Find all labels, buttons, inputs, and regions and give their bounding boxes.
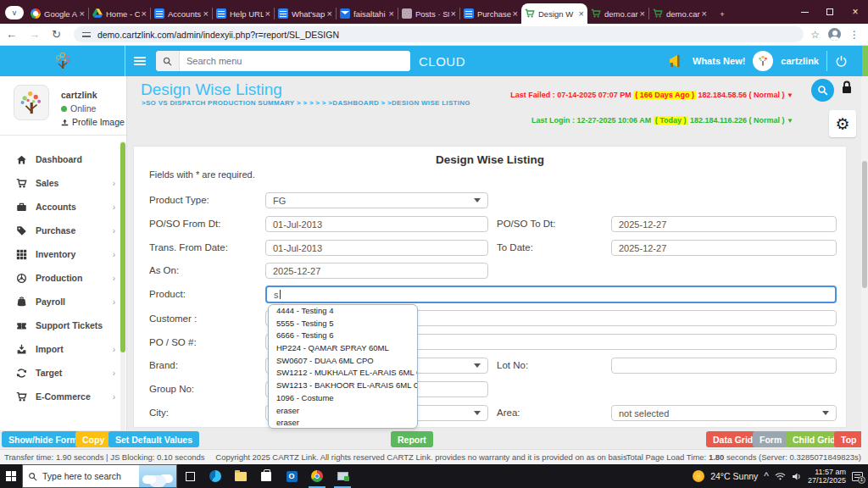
sidebar-toggle-icon[interactable]: [134, 57, 146, 65]
page-scrollbar[interactable]: [861, 76, 868, 464]
area-select[interactable]: not selected: [611, 405, 837, 421]
profile-image[interactable]: [14, 85, 49, 120]
site-settings-icon[interactable]: [82, 31, 91, 38]
set-default-values-button[interactable]: Set Default Values: [108, 431, 199, 447]
close-tab-icon[interactable]: ×: [265, 8, 270, 19]
browser-tab-purchase[interactable]: Purchase×: [460, 3, 521, 24]
back-icon[interactable]: ←: [6, 28, 17, 41]
product-suggestion-item[interactable]: eraser: [269, 405, 417, 418]
browser-tab-posts-st[interactable]: Posts · St×: [398, 3, 459, 24]
trans-from-input[interactable]: [265, 240, 488, 256]
close-tab-icon[interactable]: ×: [142, 8, 147, 19]
maximize-button[interactable]: [817, 0, 843, 24]
close-tab-icon[interactable]: ×: [389, 8, 394, 19]
close-tab-icon[interactable]: ×: [702, 8, 707, 19]
bookmark-star-icon[interactable]: ☆: [810, 29, 820, 41]
sidebar-item-import[interactable]: Import›: [0, 337, 127, 361]
browser-tab-what-sap[interactable]: What'sap×: [275, 3, 336, 24]
data-grid-button[interactable]: Data Grid: [706, 431, 760, 447]
sidebar-scrollbar-thumb[interactable]: [120, 142, 125, 352]
product-suggestion-item[interactable]: SW1212 - MUKHALAT EL-ARAIS 6ML CPO: [269, 367, 417, 380]
lock-icon[interactable]: [841, 80, 853, 94]
lot-no-input[interactable]: [611, 358, 837, 374]
temperature-text[interactable]: 24°C Sunny: [710, 471, 758, 481]
notification-center-icon[interactable]: 1: [852, 472, 863, 481]
show-hide-form-button[interactable]: Show/hide Form: [2, 431, 85, 447]
menu-search-input[interactable]: [180, 51, 410, 71]
last-failed-info[interactable]: Last Failed : 07-14-2025 07:07 PM ( 166 …: [510, 91, 793, 99]
page-scrollbar-thumb[interactable]: [862, 161, 867, 288]
clock[interactable]: 11:57 am 27/12/2025: [808, 468, 846, 485]
menu-search-box[interactable]: [156, 51, 410, 71]
taskbar-search[interactable]: Type here to search: [22, 464, 177, 488]
task-view-button[interactable]: [177, 464, 203, 488]
outlook-button[interactable]: O: [279, 464, 304, 488]
product-suggestion-item[interactable]: 1096 - Costume: [269, 392, 417, 405]
close-tab-icon[interactable]: ×: [451, 8, 456, 19]
close-tab-icon[interactable]: ×: [327, 8, 332, 19]
to-date-input[interactable]: [611, 240, 837, 256]
as-on-input[interactable]: [265, 263, 488, 279]
sidebar-item-production[interactable]: Production›: [0, 266, 127, 290]
browser-tab-faisaltahi[interactable]: faisaltahi×: [337, 3, 398, 24]
sidebar-item-inventory[interactable]: Inventory›: [0, 242, 127, 266]
report-button[interactable]: Report: [391, 431, 433, 447]
sidebar-item-accounts[interactable]: Accounts›: [0, 195, 127, 219]
url-text[interactable]: demo.cartzlink.com/admin/indexyii.php?r=…: [97, 30, 339, 40]
profile-image-link[interactable]: Profile Image: [61, 117, 126, 127]
tab-search-icon[interactable]: v: [5, 6, 24, 19]
wifi-icon[interactable]: [775, 472, 786, 480]
tray-expand-icon[interactable]: ^: [764, 470, 769, 482]
weather-widget-icon[interactable]: [139, 465, 176, 487]
sidebar-scrollbar[interactable]: [120, 141, 125, 433]
browser-menu-icon[interactable]: ⋮: [849, 29, 860, 41]
forward-icon[interactable]: →: [29, 28, 40, 41]
browser-tab-design-w[interactable]: Design W×: [521, 3, 587, 24]
whats-new-link[interactable]: Whats New!: [693, 56, 745, 66]
browser-tab-help-url[interactable]: Help URL×: [213, 3, 274, 24]
user-avatar[interactable]: [753, 51, 773, 71]
product-suggestion-item[interactable]: eraser: [269, 417, 417, 429]
remote-desktop-button[interactable]: [330, 464, 355, 488]
app-logo[interactable]: [0, 46, 125, 76]
volume-icon[interactable]: [792, 472, 802, 481]
product-type-select[interactable]: FG: [265, 192, 488, 208]
url-bar[interactable]: demo.cartzlink.com/admin/indexyii.php?r=…: [74, 26, 804, 42]
sidebar-item-e-commerce[interactable]: E-Commerce›: [0, 385, 127, 408]
sidebar-item-payroll[interactable]: Payroll›: [0, 290, 127, 313]
sidebar-item-target[interactable]: Target›: [0, 361, 127, 385]
close-window-button[interactable]: ×: [843, 0, 868, 24]
chevron-down-icon[interactable]: ▼: [787, 92, 793, 99]
product-suggestion-item[interactable]: SW1213 - BAKHOOR EL-ARAIS 6ML CPO: [269, 380, 417, 392]
minimize-button[interactable]: [792, 0, 817, 24]
weather-sun-icon[interactable]: [693, 470, 704, 482]
settings-button[interactable]: ⚙: [829, 110, 856, 137]
store-button[interactable]: [253, 464, 279, 488]
close-tab-icon[interactable]: ×: [80, 8, 85, 19]
browser-tab-accounts[interactable]: Accounts×: [151, 3, 212, 24]
product-suggestion-item[interactable]: 4444 - Testing 4: [269, 305, 417, 318]
page-search-button[interactable]: [811, 79, 834, 102]
close-tab-icon[interactable]: ×: [579, 8, 584, 19]
sidebar-item-dashboard[interactable]: Dashboard: [0, 147, 127, 171]
close-tab-icon[interactable]: ×: [640, 8, 645, 19]
top-button[interactable]: Top: [834, 431, 863, 447]
browser-tab-google-a[interactable]: Google A×: [27, 3, 88, 24]
product-suggestion-item[interactable]: SW0607 - DUAA 6ML CPO: [269, 355, 417, 368]
header-username[interactable]: cartzlink: [781, 56, 819, 66]
product-suggestion-item[interactable]: 6666 - Testing 6: [269, 330, 417, 342]
chevron-down-icon[interactable]: ▼: [787, 117, 793, 125]
sidebar-item-sales[interactable]: Sales›: [0, 171, 127, 195]
edge-button[interactable]: [203, 464, 228, 488]
product-input[interactable]: s: [265, 286, 837, 303]
start-button[interactable]: [0, 464, 22, 488]
breadcrumb[interactable]: >SO VS DISPATCH PRODUCTION SUMMARY > > >…: [142, 99, 470, 107]
browser-profile-icon[interactable]: [828, 28, 841, 41]
poso-to-input[interactable]: [611, 216, 837, 232]
form-button[interactable]: Form: [753, 431, 788, 447]
last-login-info[interactable]: Last Login : 12-27-2025 10:06 AM ( Today…: [531, 116, 793, 125]
megaphone-icon[interactable]: [668, 54, 685, 68]
poso-from-input[interactable]: [265, 216, 488, 232]
reload-icon[interactable]: ↻: [52, 28, 61, 41]
copy-button[interactable]: Copy: [75, 431, 111, 447]
